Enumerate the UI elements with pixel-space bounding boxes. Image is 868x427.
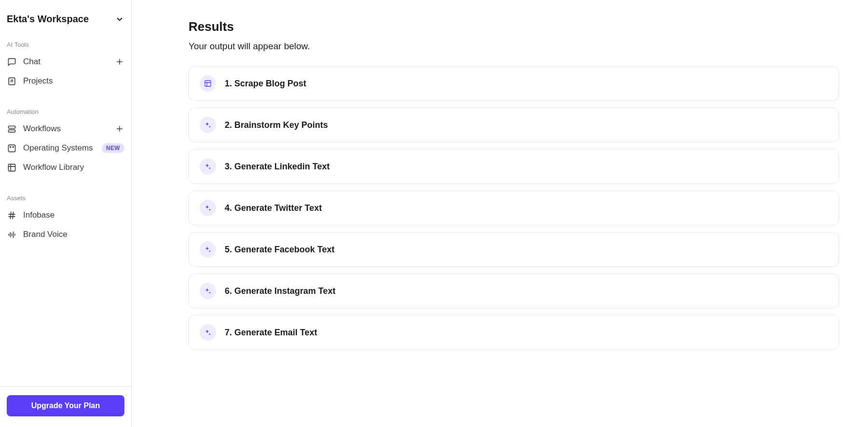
sidebar-item-operating-systems[interactable]: Operating Systems NEW	[0, 138, 131, 158]
svg-rect-6	[8, 130, 15, 132]
sparkle-icon	[200, 117, 216, 133]
waveform-icon	[7, 230, 16, 239]
sparkle-icon	[200, 200, 216, 216]
sidebar-item-brand-voice[interactable]: Brand Voice	[0, 225, 131, 244]
section-label-ai-tools: AI Tools	[0, 35, 131, 52]
sparkle-icon	[200, 324, 216, 341]
results-subheading: Your output will appear below.	[189, 41, 839, 52]
workflow-icon	[7, 124, 16, 134]
step-scrape-blog-post[interactable]: 1. Scrape Blog Post	[189, 66, 839, 101]
sidebar-item-label: Workflows	[23, 124, 108, 134]
sidebar-footer: Upgrade Your Plan	[0, 386, 131, 427]
message-square-icon	[7, 57, 16, 67]
sidebar-item-label: Infobase	[23, 210, 124, 220]
step-generate-twitter-text[interactable]: 4. Generate Twitter Text	[189, 191, 839, 225]
hash-icon	[7, 210, 16, 220]
workspace-title: Ekta's Workspace	[7, 14, 89, 25]
step-label: 7. Generate Email Text	[225, 328, 317, 338]
file-text-icon	[7, 76, 16, 86]
step-label: 6. Generate Instagram Text	[225, 286, 336, 296]
sparkle-icon	[200, 283, 216, 299]
workspace-switcher[interactable]: Ekta's Workspace	[0, 0, 131, 35]
svg-rect-9	[8, 145, 15, 152]
upgrade-plan-button[interactable]: Upgrade Your Plan	[7, 395, 124, 416]
sidebar-item-label: Operating Systems	[23, 143, 95, 153]
step-label: 1. Scrape Blog Post	[225, 79, 306, 89]
svg-rect-5	[8, 126, 15, 128]
add-workflow-button[interactable]	[115, 124, 124, 134]
add-chat-button[interactable]	[115, 57, 124, 67]
library-icon	[7, 163, 16, 172]
results-heading: Results	[189, 19, 839, 34]
section-label-assets: Assets	[0, 189, 131, 206]
main-content: Results Your output will appear below. 1…	[132, 0, 868, 427]
step-generate-facebook-text[interactable]: 5. Generate Facebook Text	[189, 232, 839, 267]
sidebar-item-label: Projects	[23, 76, 124, 86]
sidebar-item-workflows[interactable]: Workflows	[0, 119, 131, 138]
step-label: 3. Generate Linkedin Text	[225, 162, 330, 172]
sidebar-item-infobase[interactable]: Infobase	[0, 206, 131, 225]
step-generate-linkedin-text[interactable]: 3. Generate Linkedin Text	[189, 149, 839, 184]
sidebar-item-workflow-library[interactable]: Workflow Library	[0, 158, 131, 177]
svg-line-17	[10, 212, 11, 219]
step-brainstorm-key-points[interactable]: 2. Brainstorm Key Points	[189, 108, 839, 142]
sidebar-item-label: Chat	[23, 57, 108, 67]
step-label: 2. Brainstorm Key Points	[225, 120, 328, 130]
section-label-automation: Automation	[0, 102, 131, 119]
sparkle-icon	[200, 158, 216, 175]
svg-rect-24	[205, 81, 211, 86]
step-generate-instagram-text[interactable]: 6. Generate Instagram Text	[189, 274, 839, 308]
step-generate-email-text[interactable]: 7. Generate Email Text	[189, 315, 839, 350]
sidebar-item-projects[interactable]: Projects	[0, 71, 131, 91]
new-badge: NEW	[102, 143, 124, 153]
shapes-icon	[7, 143, 16, 153]
sidebar-item-chat[interactable]: Chat	[0, 52, 131, 71]
svg-line-18	[13, 212, 14, 219]
svg-point-11	[13, 146, 14, 147]
chevron-down-icon	[115, 14, 124, 24]
sidebar: Ekta's Workspace AI Tools Chat Projects …	[0, 0, 132, 427]
svg-point-10	[10, 146, 11, 147]
step-label: 5. Generate Facebook Text	[225, 245, 335, 255]
svg-rect-12	[8, 164, 15, 171]
sidebar-item-label: Workflow Library	[23, 163, 124, 172]
layout-icon	[200, 75, 216, 92]
sidebar-item-label: Brand Voice	[23, 230, 124, 239]
sparkle-icon	[200, 241, 216, 258]
step-label: 4. Generate Twitter Text	[225, 203, 322, 213]
